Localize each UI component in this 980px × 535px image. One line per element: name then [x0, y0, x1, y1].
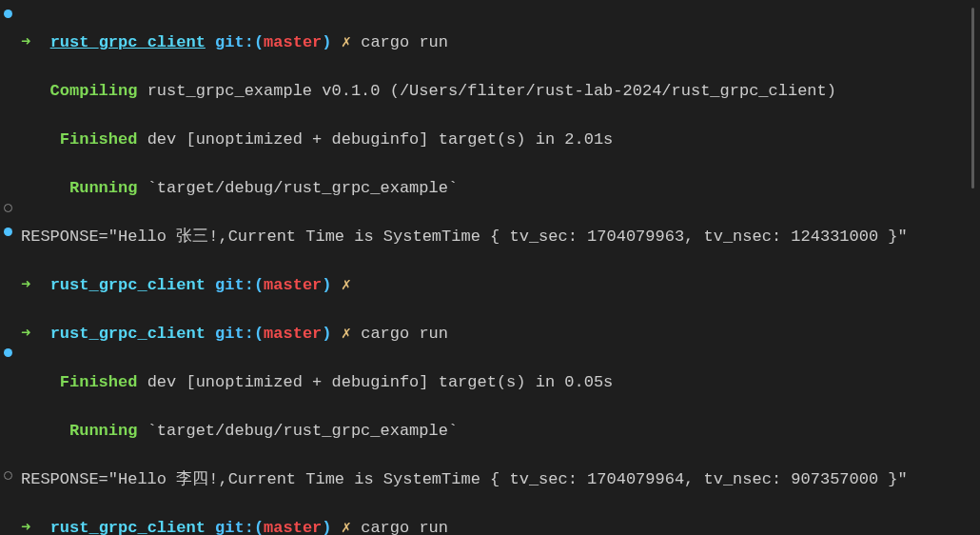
command-text: cargo run	[361, 325, 448, 343]
gutter-dot-icon	[4, 471, 12, 480]
finished-text: dev [unoptimized + debuginfo] target(s) …	[147, 373, 614, 391]
prompt-line: ➜ rust_grpc_client git:(master) ✗ cargo …	[21, 516, 970, 536]
dirty-mark-icon: ✗	[342, 33, 351, 51]
git-label: git:	[215, 276, 254, 294]
response-line: RESPONSE="Hello 李四!,Current Time is Syst…	[21, 467, 970, 492]
prompt-dir: rust_grpc_client	[50, 325, 206, 343]
prompt-dir: rust_grpc_client	[50, 519, 206, 536]
paren-close: )	[322, 276, 331, 294]
paren-close: )	[322, 325, 331, 343]
paren-open: (	[254, 519, 264, 536]
git-label: git:	[215, 519, 254, 536]
prompt-dir: rust_grpc_client	[50, 33, 206, 51]
prompt-arrow-icon: ➜	[21, 519, 30, 536]
dirty-mark-icon: ✗	[342, 325, 351, 343]
command-text: cargo run	[361, 519, 448, 536]
paren-close: )	[322, 519, 331, 536]
git-label: git:	[215, 33, 254, 51]
git-branch: master	[264, 519, 322, 536]
response-line: RESPONSE="Hello 张三!,Current Time is Syst…	[21, 225, 970, 249]
dirty-mark-icon: ✗	[342, 519, 351, 536]
gutter-dot-icon	[4, 204, 12, 212]
prompt-arrow-icon: ➜	[21, 325, 30, 343]
finished-line: Finished dev [unoptimized + debuginfo] t…	[21, 370, 970, 395]
git-branch: master	[264, 325, 322, 343]
compiling-label: Compiling	[50, 82, 138, 100]
finished-label: Finished	[60, 130, 138, 149]
terminal-output[interactable]: ➜ rust_grpc_client git:(master) ✗ cargo …	[0, 6, 980, 535]
finished-label: Finished	[60, 373, 138, 391]
minimap-indicator[interactable]	[971, 8, 974, 188]
compiling-line: Compiling rust_grpc_example v0.1.0 (/Use…	[21, 79, 970, 104]
finished-text: dev [unoptimized + debuginfo] target(s) …	[147, 130, 614, 149]
prompt-dir: rust_grpc_client	[50, 276, 206, 294]
running-line: Running `target/debug/rust_grpc_example`	[21, 419, 970, 444]
paren-open: (	[254, 276, 264, 294]
prompt-line: ➜ rust_grpc_client git:(master) ✗ cargo …	[21, 322, 970, 347]
gutter-dot-icon	[4, 10, 12, 18]
prompt-arrow-icon: ➜	[21, 33, 30, 51]
paren-open: (	[254, 325, 264, 343]
prompt-line: ➜ rust_grpc_client git:(master) ✗ cargo …	[21, 30, 970, 55]
paren-close: )	[322, 33, 331, 51]
running-text: `target/debug/rust_grpc_example`	[147, 179, 458, 197]
running-label: Running	[69, 179, 137, 197]
gutter	[0, 0, 17, 535]
paren-open: (	[254, 33, 264, 51]
dirty-mark-icon: ✗	[342, 276, 351, 294]
running-text: `target/debug/rust_grpc_example`	[147, 422, 458, 440]
git-label: git:	[215, 325, 254, 343]
git-branch: master	[264, 276, 322, 294]
running-label: Running	[69, 422, 137, 440]
gutter-dot-icon	[4, 228, 12, 236]
prompt-line: ➜ rust_grpc_client git:(master) ✗	[21, 273, 970, 298]
running-line: Running `target/debug/rust_grpc_example`	[21, 176, 970, 201]
gutter-dot-icon	[4, 348, 12, 357]
finished-line: Finished dev [unoptimized + debuginfo] t…	[21, 128, 970, 152]
compiling-text: rust_grpc_example v0.1.0 (/Users/fliter/…	[147, 82, 836, 100]
git-branch: master	[264, 33, 322, 51]
prompt-arrow-icon: ➜	[21, 276, 30, 294]
command-text: cargo run	[361, 33, 448, 51]
